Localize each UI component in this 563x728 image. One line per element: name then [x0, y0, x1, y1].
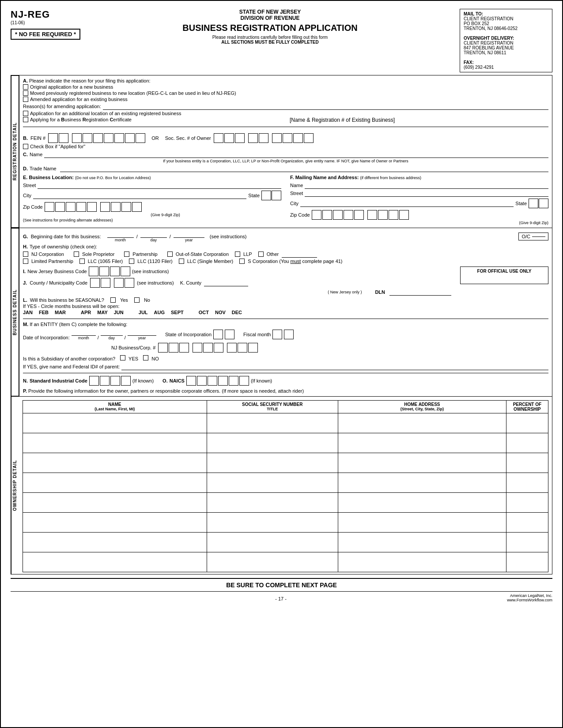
month-oct[interactable]: OCT [199, 310, 209, 315]
fein-box-3[interactable] [72, 133, 82, 143]
nj-corp-5[interactable] [203, 343, 213, 353]
checkbox-applied[interactable] [23, 144, 28, 149]
cell-addr-6[interactable] [338, 513, 506, 533]
n-box-4[interactable] [121, 376, 131, 386]
ss-box-3[interactable] [235, 133, 245, 143]
checkbox-amended[interactable] [23, 97, 28, 102]
f-zip-1[interactable] [312, 210, 321, 220]
f-state-box-1[interactable] [529, 199, 538, 208]
out-of-state-check[interactable] [167, 251, 173, 257]
cell-addr-2[interactable] [338, 433, 506, 453]
i-box-2[interactable] [99, 266, 109, 276]
f-name-field[interactable] [305, 182, 548, 189]
ss-box-1[interactable] [214, 133, 223, 143]
cell-name-7[interactable] [23, 533, 207, 552]
llp-option[interactable]: LLP [235, 251, 252, 258]
option-cert[interactable]: Applying for a Business Registration Cer… [23, 117, 132, 122]
checkbox-original[interactable] [23, 84, 28, 90]
e-zip-1[interactable] [45, 202, 54, 212]
f-zip-9[interactable] [399, 210, 409, 220]
cell-pct-1[interactable] [506, 413, 548, 433]
reasons-field[interactable] [103, 103, 548, 110]
check-applied[interactable]: Check Box if "Applied for" [23, 144, 548, 149]
e-zip-9[interactable] [132, 202, 142, 212]
option-original[interactable]: Original application for a new business [23, 84, 548, 90]
month-jun[interactable]: JUN [114, 310, 124, 315]
ss-box-4[interactable] [248, 133, 258, 143]
fiscal-box-1[interactable] [272, 330, 282, 339]
k-county-field[interactable] [204, 279, 248, 286]
nj-corp-7[interactable] [227, 343, 237, 353]
seasonal-yes-check[interactable] [110, 297, 116, 303]
cell-name-3[interactable] [23, 453, 207, 473]
cell-name-2[interactable] [23, 433, 207, 453]
o-box-5[interactable] [229, 376, 238, 386]
month-jul[interactable]: JUL [139, 310, 148, 315]
e-zip-4[interactable] [76, 202, 86, 212]
cell-addr-8[interactable] [338, 552, 506, 572]
parent-field[interactable] [121, 363, 548, 370]
fein-box-2[interactable] [59, 133, 68, 143]
llc-single-option[interactable]: LLC (Single Member) [179, 259, 234, 264]
e-zip-8[interactable] [121, 202, 131, 212]
o-box-4[interactable] [218, 376, 228, 386]
nj-corp-check[interactable] [23, 251, 28, 257]
e-zip-2[interactable] [55, 202, 65, 212]
limited-partner-check[interactable] [23, 259, 28, 264]
f-zip-3[interactable] [333, 210, 343, 220]
llc-single-check[interactable] [179, 259, 184, 264]
seasonal-no-check[interactable] [134, 297, 140, 303]
fiscal-box-2[interactable] [284, 330, 294, 339]
cell-ssn-7[interactable] [207, 533, 338, 552]
partnership-check[interactable] [124, 251, 129, 257]
checkbox-cert[interactable] [23, 117, 28, 122]
option-additional[interactable]: Application for an additional location o… [23, 111, 548, 116]
ss-box-5[interactable] [259, 133, 268, 143]
o-box-1[interactable] [186, 376, 196, 386]
f-zip-2[interactable] [322, 210, 332, 220]
cell-name-4[interactable] [23, 473, 207, 493]
month-feb[interactable]: FEB [39, 310, 49, 315]
ss-box-2[interactable] [224, 133, 234, 143]
e-city-field[interactable] [33, 192, 246, 199]
cell-addr-5[interactable] [338, 493, 506, 513]
ss-box-8[interactable] [293, 133, 303, 143]
cell-name-1[interactable] [23, 413, 207, 433]
nj-corp-3[interactable] [179, 343, 189, 353]
cell-name-6[interactable] [23, 513, 207, 533]
e-zip-3[interactable] [66, 202, 76, 212]
option-moved[interactable]: Moved previously registered business to … [23, 90, 548, 96]
cell-ssn-1[interactable] [207, 413, 338, 433]
n-box-1[interactable] [89, 376, 99, 386]
cell-addr-7[interactable] [338, 533, 506, 552]
cell-ssn-5[interactable] [207, 493, 338, 513]
sole-prop-check[interactable] [74, 251, 79, 257]
month-nov[interactable]: NOV [215, 310, 226, 315]
e-state-box-2[interactable] [272, 191, 281, 200]
other-option[interactable]: Other [258, 251, 317, 258]
e-zip-5[interactable] [87, 202, 97, 212]
partnership-option[interactable]: Partnership [124, 251, 157, 258]
nj-corp-2[interactable] [169, 343, 178, 353]
sub-yes-check[interactable] [120, 355, 125, 360]
f-street-field[interactable] [305, 190, 548, 197]
month-sept[interactable]: SEPT [171, 310, 184, 315]
checkbox-additional[interactable] [23, 111, 28, 116]
cell-addr-3[interactable] [338, 453, 506, 473]
e-state-box-1[interactable] [261, 191, 271, 200]
i-box-1[interactable] [89, 266, 98, 276]
f-zip-7[interactable] [378, 210, 388, 220]
fein-box-6[interactable] [104, 133, 113, 143]
i-box-4[interactable] [121, 266, 130, 276]
cell-pct-8[interactable] [506, 552, 548, 572]
s-corp-option[interactable]: S Corporation (You must complete page 41… [239, 259, 342, 264]
f-state-box-2[interactable] [539, 199, 548, 208]
f-zip-5[interactable] [354, 210, 364, 220]
j-box-3[interactable] [114, 278, 124, 288]
f-city-field[interactable] [300, 200, 514, 207]
name-field[interactable] [44, 151, 548, 158]
ss-box-9[interactable] [304, 133, 314, 143]
month-aug[interactable]: AUG [154, 310, 165, 315]
llc-1120-option[interactable]: LLC (1120 Filer) [129, 259, 172, 264]
nj-corp-option[interactable]: NJ Corporation [23, 251, 64, 258]
